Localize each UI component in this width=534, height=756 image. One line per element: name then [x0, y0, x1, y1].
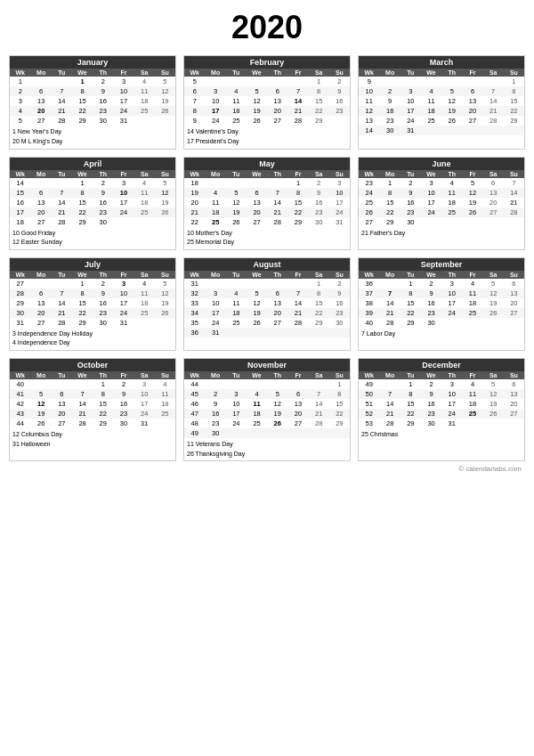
col-header: Fr: [287, 371, 308, 379]
day-cell: [52, 379, 72, 389]
day-cell: [287, 428, 308, 438]
day-cell: 10: [206, 96, 226, 106]
day-cell: 15: [287, 198, 308, 207]
col-header: We: [72, 69, 93, 77]
day-cell: 5: [31, 389, 52, 399]
day-cell: 6: [267, 86, 287, 96]
day-cell: [134, 318, 155, 328]
col-header: We: [72, 271, 93, 279]
month-block-december: DecemberWkMoTuWeThFrSaSu4912345650789101…: [358, 358, 525, 461]
month-table: WkMoTuWeThFrSaSu441452345678469101112131…: [184, 371, 350, 438]
day-cell: 21: [380, 409, 400, 419]
day-cell: 16: [400, 198, 421, 207]
col-header: Wk: [10, 170, 31, 178]
day-cell: 23: [206, 419, 226, 428]
day-cell: 21: [267, 207, 287, 217]
week-number: 50: [359, 389, 380, 399]
day-cell: 27: [31, 217, 52, 227]
day-cell: 6: [462, 86, 482, 96]
col-header: Sa: [483, 69, 504, 77]
day-cell: 23: [329, 106, 350, 116]
col-header: Su: [329, 371, 350, 379]
day-cell: 12: [31, 399, 52, 409]
week-number: 31: [184, 279, 206, 289]
day-cell: 1: [93, 379, 113, 389]
week-number: 14: [359, 126, 380, 135]
week-number: 5: [10, 116, 31, 126]
week-number: 34: [184, 308, 206, 318]
day-cell: 17: [206, 106, 226, 116]
day-cell: [441, 217, 462, 227]
day-cell: 16: [380, 106, 400, 116]
day-cell: [462, 318, 482, 328]
day-cell: 10: [113, 289, 134, 298]
day-cell: 14: [309, 399, 329, 409]
col-header: Wk: [184, 371, 206, 379]
col-header: Su: [504, 170, 524, 178]
holiday-item: 11 Veterans Day: [187, 440, 347, 450]
day-cell: 18: [441, 198, 462, 207]
day-cell: 19: [247, 106, 267, 116]
day-cell: [155, 419, 175, 428]
col-header: Sa: [483, 170, 504, 178]
day-cell: 26: [155, 106, 175, 116]
day-cell: [247, 428, 267, 438]
day-cell: 15: [400, 399, 421, 409]
day-cell: 1: [72, 178, 93, 188]
day-cell: 29: [329, 419, 350, 428]
year-title: 2020: [9, 9, 525, 46]
col-header: We: [247, 271, 267, 279]
day-cell: 24: [421, 207, 441, 217]
week-number: 2: [10, 86, 31, 96]
col-header: We: [247, 69, 267, 77]
day-cell: 28: [504, 207, 524, 217]
day-cell: 30: [380, 126, 400, 135]
col-header: Mo: [206, 271, 226, 279]
holiday-item: 26 Thanksgiving Day: [187, 450, 347, 459]
col-header: Fr: [462, 69, 482, 77]
day-cell: [287, 379, 308, 389]
day-cell: 31: [113, 318, 134, 328]
holiday-item: 25 Memorial Day: [187, 238, 347, 248]
day-cell: 2: [400, 178, 421, 188]
day-cell: 29: [380, 217, 400, 227]
day-cell: 2: [93, 178, 113, 188]
day-cell: 13: [267, 298, 287, 308]
col-header: We: [421, 170, 441, 178]
day-cell: 22: [380, 207, 400, 217]
day-cell: 20: [31, 207, 52, 217]
day-cell: 10: [134, 389, 155, 399]
col-header: Th: [441, 271, 462, 279]
day-cell: 11: [247, 399, 267, 409]
holiday-item: 14 Valentine's Day: [187, 127, 347, 137]
day-cell: 27: [287, 419, 308, 428]
holidays-section: 3 Independence Day Holiday4 Independence…: [10, 328, 175, 350]
day-cell: 23: [93, 308, 113, 318]
day-cell: 29: [400, 318, 421, 328]
day-cell: 29: [287, 217, 308, 227]
day-cell: 19: [483, 298, 504, 308]
day-cell: 24: [134, 409, 155, 419]
day-cell: [504, 126, 524, 135]
col-header: We: [247, 371, 267, 379]
col-header: Su: [155, 69, 175, 77]
col-header: Fr: [287, 69, 308, 77]
day-cell: [267, 279, 287, 289]
day-cell: [483, 318, 504, 328]
week-number: 8: [184, 106, 206, 116]
day-cell: 18: [155, 399, 175, 409]
day-cell: 31: [206, 328, 226, 337]
day-cell: [226, 379, 247, 389]
day-cell: [52, 178, 72, 188]
day-cell: 25: [226, 116, 247, 126]
day-cell: 2: [329, 279, 350, 289]
day-cell: 30: [421, 419, 441, 428]
holiday-item: 12 Columbus Day: [12, 430, 173, 440]
day-cell: 17: [421, 198, 441, 207]
day-cell: 15: [380, 198, 400, 207]
day-cell: [309, 379, 329, 389]
day-cell: 2: [421, 379, 441, 389]
col-header: Wk: [359, 69, 380, 77]
day-cell: 10: [441, 289, 462, 298]
day-cell: 7: [380, 389, 400, 399]
